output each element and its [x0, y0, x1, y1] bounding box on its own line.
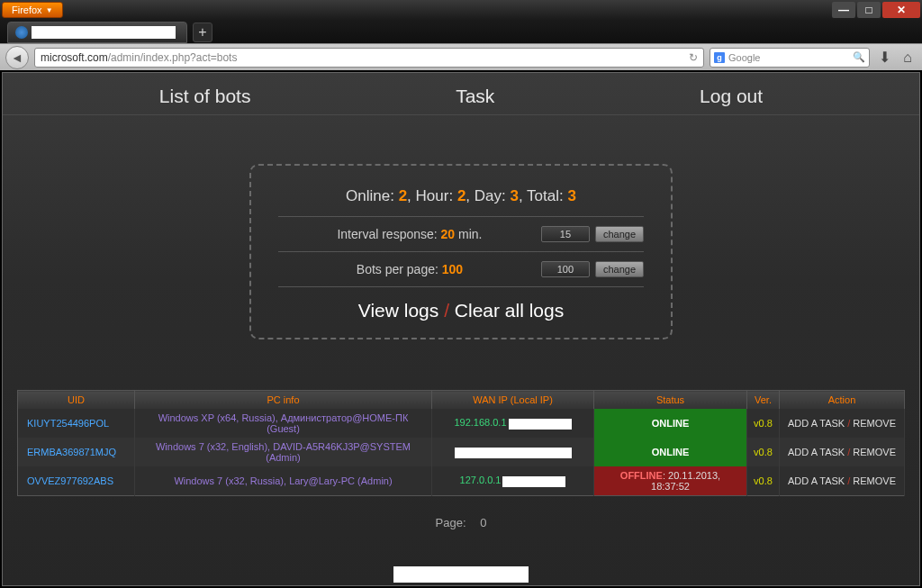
redacted-footer [393, 566, 529, 583]
ver-cell: v0.8 [747, 466, 780, 496]
pager-value: 0 [480, 516, 486, 529]
interval-input[interactable] [541, 226, 590, 242]
table-header-row: UID PC info WAN IP (Local IP) Status Ver… [18, 391, 905, 410]
action-cell: ADD A TASK / REMOVE [780, 409, 905, 438]
uid-cell[interactable]: KIUYT254496POL [18, 409, 135, 438]
main-nav: List of bots Task Log out [3, 73, 919, 115]
hour-value: 2 [457, 187, 466, 204]
tab-title-redacted [32, 26, 176, 39]
ver-cell: v0.8 [747, 409, 780, 438]
download-icon[interactable]: ⬇ [875, 49, 893, 67]
bpp-change-button[interactable]: change [595, 261, 644, 277]
stats-panel: Online: 2, Hour: 2, Day: 3, Total: 3 Int… [249, 164, 673, 339]
pcinfo-cell: Windows 7 (x32, Russia), Lary@Lary-PC (A… [135, 466, 432, 496]
table-row: OVVEZ977692ABSWindows 7 (x32, Russia), L… [18, 466, 905, 496]
nav-logout[interactable]: Log out [700, 86, 763, 107]
window-title-bar: Firefox ▼ — □ ✕ [0, 0, 922, 20]
day-value: 3 [511, 187, 519, 204]
interval-change-button[interactable]: change [595, 226, 644, 242]
bpp-row: Bots per page: 100 change [278, 252, 644, 287]
pager: Page: 0 [3, 516, 919, 529]
bpp-input[interactable] [541, 261, 590, 277]
bots-table: UID PC info WAN IP (Local IP) Status Ver… [17, 390, 905, 496]
separator: / [845, 447, 853, 457]
table-row: ERMBA369871MJQWindows 7 (x32, English), … [18, 438, 905, 466]
th-pcinfo: PC info [135, 391, 432, 410]
interval-unit: min. [458, 227, 482, 241]
search-input[interactable]: g Google 🔍 [710, 48, 870, 68]
remove-link[interactable]: REMOVE [853, 418, 896, 429]
url-host: microsoft.com [41, 51, 108, 64]
view-logs-link[interactable]: View logs [358, 300, 439, 321]
interval-label: Interval response: [337, 227, 437, 241]
th-uid: UID [18, 391, 135, 410]
chevron-down-icon: ▼ [46, 6, 53, 14]
pcinfo-cell: Windows 7 (x32, English), DAVID-A5R46KJ3… [135, 438, 432, 466]
separator: / [444, 300, 455, 321]
reload-icon[interactable]: ↻ [689, 51, 698, 64]
close-button[interactable]: ✕ [882, 2, 920, 18]
add-task-link[interactable]: ADD A TASK [788, 475, 845, 486]
th-wanip: WAN IP (Local IP) [432, 391, 594, 410]
day-label: Day: [475, 187, 506, 204]
separator: / [845, 418, 853, 429]
clear-logs-link[interactable]: Clear all logs [455, 300, 564, 321]
remove-link[interactable]: REMOVE [853, 475, 896, 486]
bpp-value: 100 [442, 262, 463, 276]
ip-redacted [502, 476, 565, 487]
uid-cell[interactable]: OVVEZ977692ABS [18, 466, 135, 496]
firefox-label: Firefox [12, 5, 42, 15]
plus-icon: + [198, 24, 206, 41]
nav-task[interactable]: Task [456, 86, 494, 107]
globe-icon [15, 26, 28, 39]
pager-label: Page: [436, 516, 466, 529]
ip-value: 127.0.0.1 [460, 475, 502, 485]
url-input[interactable]: microsoft.com/admin/index.php?act=bots ↻ [34, 48, 704, 68]
interval-value: 20 [441, 227, 456, 241]
maximize-button[interactable]: □ [857, 2, 881, 18]
status-cell: ONLINE [594, 409, 747, 438]
ip-redacted [455, 448, 572, 458]
action-cell: ADD A TASK / REMOVE [780, 466, 905, 496]
ip-redacted [509, 419, 572, 430]
window-controls: — □ ✕ [832, 2, 920, 18]
ver-cell: v0.8 [747, 438, 780, 466]
separator: / [845, 475, 853, 486]
pcinfo-cell: Windows XP (x64, Russia), Администратор@… [135, 409, 432, 438]
total-label: Total: [527, 187, 564, 204]
ip-cell [432, 438, 594, 466]
back-button[interactable]: ◄ [5, 46, 29, 69]
browser-tab[interactable] [7, 22, 187, 43]
action-cell: ADD A TASK / REMOVE [780, 438, 905, 466]
tab-strip: + [0, 20, 922, 43]
uid-cell[interactable]: ERMBA369871MJQ [18, 438, 135, 466]
th-ver: Ver. [747, 391, 780, 410]
interval-row: Interval response: 20 min. change [278, 217, 644, 252]
log-actions: View logs / Clear all logs [278, 287, 644, 321]
firefox-menu-button[interactable]: Firefox ▼ [2, 2, 63, 18]
remove-link[interactable]: REMOVE [853, 447, 896, 457]
online-label: Online: [346, 187, 394, 204]
table-row: KIUYT254496POLWindows XP (x64, Russia), … [18, 409, 905, 438]
total-value: 3 [567, 187, 575, 204]
add-task-link[interactable]: ADD A TASK [788, 418, 845, 429]
search-placeholder: Google [728, 52, 760, 63]
bpp-label: Bots per page: [357, 262, 438, 276]
nav-list-of-bots[interactable]: List of bots [159, 86, 251, 107]
new-tab-button[interactable]: + [193, 23, 212, 42]
minimize-button[interactable]: — [832, 2, 855, 18]
ip-value: 192.168.0.1 [454, 417, 506, 428]
url-path: /admin/index.php?act=bots [108, 51, 238, 64]
hour-label: Hour: [416, 187, 454, 204]
home-icon[interactable]: ⌂ [899, 49, 917, 67]
google-icon: g [714, 52, 725, 63]
page-content: List of bots Task Log out Online: 2, Hou… [2, 72, 920, 586]
status-cell: ONLINE [594, 438, 747, 466]
stats-summary: Online: 2, Hour: 2, Day: 3, Total: 3 [278, 180, 644, 217]
add-task-link[interactable]: ADD A TASK [788, 447, 845, 457]
navigation-toolbar: ◄ microsoft.com/admin/index.php?act=bots… [0, 43, 922, 70]
th-status: Status [594, 391, 747, 410]
ip-cell: 192.168.0.1 [432, 409, 594, 438]
status-cell: OFFLINE: 20.11.2013, 18:37:52 [594, 466, 747, 496]
search-icon[interactable]: 🔍 [853, 51, 865, 63]
